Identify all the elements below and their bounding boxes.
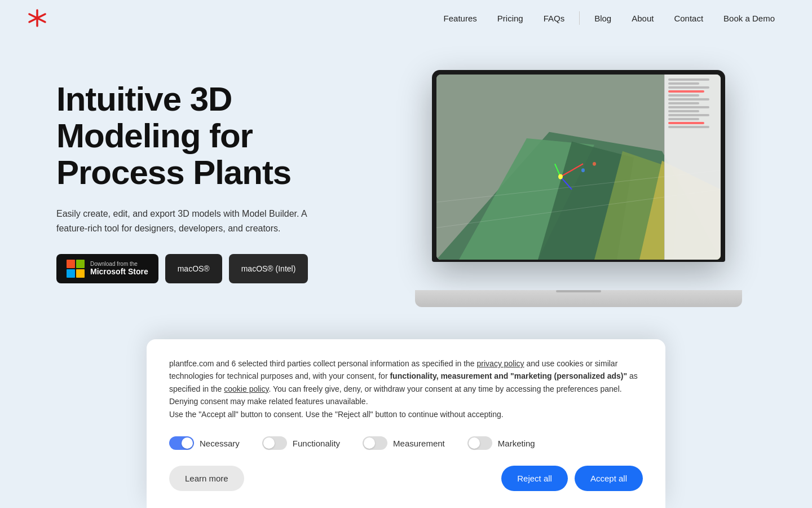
toggle-thumb xyxy=(263,437,275,449)
cookie-banner: plantfce.com and 6 selected third partie… xyxy=(147,339,665,508)
sidebar-line xyxy=(668,114,709,116)
screen-content xyxy=(436,75,721,260)
sidebar-line xyxy=(668,106,709,108)
hero-section: Intuitive 3D Modeling for Process Plants… xyxy=(0,36,812,330)
toggle-necessary: Necessary xyxy=(169,436,240,450)
nav-link-book-demo[interactable]: Book a Demo xyxy=(713,9,785,28)
measurement-toggle[interactable] xyxy=(363,436,387,450)
navbar: Features Pricing FAQs Blog About Contact… xyxy=(0,0,812,36)
download-ms-button[interactable]: Download from the Microsoft Store xyxy=(56,254,158,283)
sidebar-line xyxy=(668,82,699,85)
nav-item-blog[interactable]: Blog xyxy=(584,9,621,28)
sidebar-line xyxy=(668,98,709,100)
download-macos-button[interactable]: macOS® xyxy=(165,254,222,283)
nav-link-contact[interactable]: Contact xyxy=(664,9,713,28)
svg-point-14 xyxy=(558,174,563,179)
cookie-overlay: plantfce.com and 6 selected third partie… xyxy=(0,339,812,508)
sidebar-line xyxy=(668,94,699,97)
toggle-functionality-label: Functionality xyxy=(293,439,340,448)
laptop-notch xyxy=(556,290,601,292)
marketing-toggle[interactable] xyxy=(467,436,492,450)
cookie-action-buttons: Reject all Accept all xyxy=(501,466,643,491)
sidebar-line xyxy=(668,102,699,104)
hero-buttons: Download from the Microsoft Store macOS®… xyxy=(56,254,350,283)
ms-button-text: Download from the Microsoft Store xyxy=(90,261,148,276)
sidebar-line xyxy=(668,126,709,128)
nav-item-pricing[interactable]: Pricing xyxy=(487,9,533,28)
logo-icon xyxy=(27,8,47,28)
toggle-marketing-label: Marketing xyxy=(498,439,535,448)
nav-links: Features Pricing FAQs Blog About Contact… xyxy=(434,9,785,28)
sidebar-line xyxy=(668,86,709,89)
nav-item-book-demo[interactable]: Book a Demo xyxy=(713,9,785,28)
nav-item-features[interactable]: Features xyxy=(434,9,487,28)
hero-description: Easily create, edit, and export 3D model… xyxy=(56,207,316,235)
sidebar-line xyxy=(668,78,709,81)
toggle-measurement-label: Measurement xyxy=(393,439,445,448)
reject-all-button[interactable]: Reject all xyxy=(501,466,568,491)
laptop-base xyxy=(415,290,742,307)
nav-link-faqs[interactable]: FAQs xyxy=(533,9,575,28)
svg-point-16 xyxy=(593,162,596,166)
nav-item-faqs[interactable]: FAQs xyxy=(533,9,575,28)
toggle-measurement: Measurement xyxy=(363,436,445,450)
cookie-policy-link[interactable]: cookie policy xyxy=(224,384,268,393)
toggle-necessary-label: Necessary xyxy=(200,439,240,448)
hero-image xyxy=(372,70,785,307)
learn-more-button[interactable]: Learn more xyxy=(169,466,244,491)
nav-item-about[interactable]: About xyxy=(621,9,664,28)
microsoft-icon xyxy=(67,260,85,278)
sidebar-line-accent xyxy=(668,122,704,124)
sidebar-line xyxy=(668,110,699,112)
download-macos-intel-button[interactable]: macOS® (Intel) xyxy=(229,254,308,283)
privacy-policy-link[interactable]: privacy policy xyxy=(477,359,524,368)
screen-sidebar xyxy=(664,75,721,260)
nav-separator xyxy=(579,11,580,25)
cookie-text: plantfce.com and 6 selected third partie… xyxy=(169,357,643,421)
svg-point-15 xyxy=(581,168,585,172)
necessary-toggle[interactable] xyxy=(169,436,194,450)
nav-link-pricing[interactable]: Pricing xyxy=(487,9,533,28)
cookie-toggles: Necessary Functionality Measurement Mark… xyxy=(169,436,643,450)
cookie-actions: Learn more Reject all Accept all xyxy=(169,466,643,491)
toggle-thumb xyxy=(469,437,480,449)
laptop-mockup xyxy=(415,70,742,307)
toggle-thumb xyxy=(182,437,193,449)
hero-text: Intuitive 3D Modeling for Process Plants… xyxy=(56,70,350,283)
nav-link-features[interactable]: Features xyxy=(434,9,487,28)
toggle-functionality: Functionality xyxy=(262,436,340,450)
nav-link-blog[interactable]: Blog xyxy=(584,9,621,28)
nav-item-contact[interactable]: Contact xyxy=(664,9,713,28)
laptop-screen xyxy=(432,70,725,262)
hero-heading: Intuitive 3D Modeling for Process Plants xyxy=(56,81,350,191)
toggle-thumb xyxy=(364,437,375,449)
nav-link-about[interactable]: About xyxy=(621,9,664,28)
sidebar-line xyxy=(668,118,699,120)
toggle-marketing: Marketing xyxy=(467,436,535,450)
functionality-toggle[interactable] xyxy=(262,436,287,450)
sidebar-line-accent xyxy=(668,90,704,93)
logo[interactable] xyxy=(27,8,47,28)
accept-all-button[interactable]: Accept all xyxy=(575,466,643,491)
